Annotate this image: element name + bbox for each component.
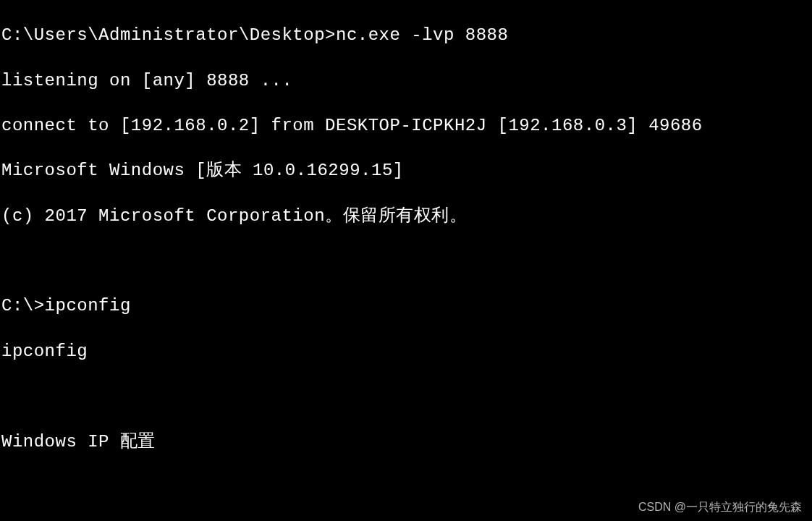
nc-command: nc.exe -lvp 8888 [336, 25, 508, 45]
ipconfig-echo: ipconfig [1, 340, 812, 363]
prompt-path: C:\Users\Administrator\Desktop> [1, 25, 336, 45]
copyright-line: (c) 2017 Microsoft Corporation。保留所有权利。 [1, 205, 812, 227]
listening-line: listening on [any] 8888 ... [1, 69, 812, 92]
connect-line: connect to [192.168.0.2] from DESKTOP-IC… [1, 114, 812, 137]
blank-line [1, 385, 812, 407]
blank-line [1, 250, 812, 272]
prompt-c: C:\> [1, 296, 45, 315]
windows-version-line: Microsoft Windows [版本 10.0.16299.15] [1, 159, 812, 182]
terminal-output[interactable]: C:\Users\Administrator\Desktop>nc.exe -l… [1, 1, 812, 521]
blank-line [1, 475, 812, 498]
ipconfig-header: Windows IP 配置 [1, 431, 812, 453]
watermark-text: CSDN @一只特立独行的兔先森 [638, 500, 802, 515]
ipconfig-command: ipconfig [45, 296, 131, 315]
